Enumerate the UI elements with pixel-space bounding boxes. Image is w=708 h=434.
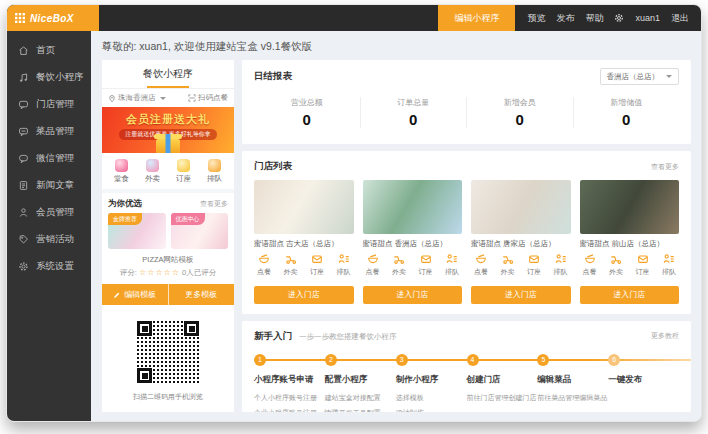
edit-template-button[interactable]: 编辑模板 (102, 284, 169, 305)
guide-link[interactable]: 设计制作 (396, 408, 467, 413)
enter-store-button[interactable]: 进入门店 (254, 286, 354, 304)
scan-order-button[interactable]: 扫码点餐 (188, 93, 228, 103)
reserve-icon (177, 159, 190, 172)
store-action-reserve[interactable]: 订座 (419, 253, 433, 277)
guide-link[interactable]: 前往门店管理创建门店 (467, 393, 538, 403)
settings-gear-icon (18, 261, 29, 272)
store-photo (363, 180, 463, 234)
username[interactable]: xuan1 (635, 13, 660, 23)
guide-link[interactable]: 选择模板 (396, 393, 467, 403)
store-card: 蜜语甜点 香洲店（总店） 点餐 外卖 (363, 180, 463, 304)
picks-title: 为你优选 (108, 198, 142, 210)
guide-link[interactable]: 建站宝盒对接配置 (325, 393, 396, 403)
store-action-queue[interactable]: 排队 (662, 253, 676, 277)
store-action-order[interactable]: 点餐 (474, 253, 488, 277)
store-action-takeout[interactable]: 外卖 (609, 253, 623, 277)
store-action-reserve[interactable]: 订座 (636, 253, 650, 277)
scooter-icon (285, 253, 297, 265)
store-location-dropdown[interactable]: 珠海香洲店 (108, 93, 166, 103)
step-number-badge: 6 (608, 354, 620, 366)
miniprogram-icon (18, 72, 29, 83)
location-pin-icon (108, 94, 116, 103)
sidebar-item-dishes[interactable]: 菜品管理 (7, 118, 91, 145)
sidebar: 首页 餐饮小程序 门店管理 菜品管理 微信管理 新闻文章 (7, 31, 91, 421)
store-chat-icon (18, 99, 29, 110)
news-doc-icon (18, 180, 29, 191)
enter-store-button[interactable]: 进入门店 (471, 286, 571, 304)
topbar: NiceBoX 编辑小程序 预览 发布 帮助 xuan1 退出 (7, 5, 701, 31)
scooter-icon (502, 253, 514, 265)
store-action-order[interactable]: 点餐 (583, 253, 597, 277)
sidebar-item-members[interactable]: 会员管理 (7, 199, 91, 226)
promo-banner[interactable]: 会员注册送大礼 注册就送优惠券 更多好礼等你拿 (102, 107, 234, 153)
sidebar-item-stores[interactable]: 门店管理 (7, 91, 91, 118)
step-number-badge: 2 (325, 354, 337, 366)
logo: NiceBoX (7, 5, 99, 31)
queue-icon (663, 253, 675, 265)
action-queue[interactable]: 排队 (207, 159, 222, 184)
action-reserve[interactable]: 订座 (176, 159, 191, 184)
store-action-queue[interactable]: 排队 (554, 253, 568, 277)
store-action-takeout[interactable]: 外卖 (284, 253, 298, 277)
wechat-icon (18, 153, 29, 164)
edit-miniprogram-button[interactable]: 编辑小程序 (438, 5, 515, 31)
help-link[interactable]: 帮助 (585, 12, 603, 25)
guide-link[interactable]: 企业小程序账号注册、认证 (254, 408, 325, 413)
sidebar-item-miniprogram[interactable]: 餐饮小程序 (7, 64, 91, 91)
report-title: 日结报表 (254, 70, 292, 83)
picks-more-link[interactable]: 查看更多 (200, 199, 228, 209)
sidebar-item-marketing[interactable]: 营销活动 (7, 226, 91, 253)
store-action-queue[interactable]: 排队 (445, 253, 459, 277)
store-action-reserve[interactable]: 订座 (310, 253, 324, 277)
daily-report-card: 日结报表 香洲店（总店） 营业总额 0 (242, 60, 691, 144)
store-action-takeout[interactable]: 外卖 (392, 253, 406, 277)
miniprogram-preview-card: 餐饮小程序 珠海香洲店 (102, 60, 234, 412)
store-card: 蜜语甜点 前山店（总店） 点餐 外卖 (580, 180, 680, 304)
store-photo (254, 180, 354, 234)
sidebar-item-wechat[interactable]: 微信管理 (7, 145, 91, 172)
step-number-badge: 3 (396, 354, 408, 366)
store-action-order[interactable]: 点餐 (366, 253, 380, 277)
preview-quick-actions: 堂食 外卖 订座 排队 (102, 153, 234, 193)
store-action-reserve[interactable]: 订座 (527, 253, 541, 277)
store-photo (580, 180, 680, 234)
store-photo (471, 180, 571, 234)
sidebar-item-home[interactable]: 首页 (7, 37, 91, 64)
guide-subtitle: 一步一步教您搭建餐饮小程序 (299, 332, 397, 342)
chevron-down-icon (666, 75, 672, 78)
sidebar-item-news[interactable]: 新闻文章 (7, 172, 91, 199)
guide-link[interactable]: 微信开发工具配置 (325, 408, 396, 413)
guide-step-3: 3 制作小程序 选择模板 设计制作 (396, 354, 467, 413)
topbar-menu: 预览 发布 帮助 xuan1 退出 (515, 5, 701, 31)
more-tutorials-link[interactable]: 更多教程 (651, 331, 679, 341)
guide-title: 新手入门 (254, 330, 292, 343)
stores-more-link[interactable]: 查看更多 (651, 162, 679, 172)
publish-link[interactable]: 发布 (556, 12, 574, 25)
guide-link[interactable]: 前往菜品管理编辑菜品 (537, 393, 608, 403)
store-select[interactable]: 香洲店（总店） (600, 68, 680, 85)
guide-link[interactable]: 个人小程序账号注册 (254, 393, 325, 403)
logout-link[interactable]: 退出 (671, 12, 689, 25)
more-templates-button[interactable]: 更多模板 (169, 284, 235, 305)
store-name: 蜜语甜点 前山店（总店） (580, 239, 680, 249)
preview-link[interactable]: 预览 (527, 12, 545, 25)
pick-card[interactable]: 优惠中心 (171, 213, 229, 249)
action-dine-in[interactable]: 堂食 (114, 159, 129, 184)
member-icon (18, 207, 29, 218)
store-action-queue[interactable]: 排队 (337, 253, 351, 277)
bowl-icon (584, 253, 596, 265)
enter-store-button[interactable]: 进入门店 (580, 286, 680, 304)
enter-store-button[interactable]: 进入门店 (363, 286, 463, 304)
pick-tag: 优惠中心 (171, 213, 205, 225)
store-action-order[interactable]: 点餐 (257, 253, 271, 277)
pick-card[interactable]: 金牌推荐 (108, 213, 166, 249)
sidebar-item-settings[interactable]: 系统设置 (7, 253, 91, 280)
action-takeout[interactable]: 外卖 (145, 159, 160, 184)
bowl-icon (475, 253, 487, 265)
store-action-takeout[interactable]: 外卖 (501, 253, 515, 277)
template-name: PIZZA网站模板 (102, 255, 234, 265)
scooter-icon (610, 253, 622, 265)
gear-icon[interactable] (614, 13, 624, 23)
stores-title: 门店列表 (254, 160, 292, 173)
reserve-icon (420, 253, 432, 265)
